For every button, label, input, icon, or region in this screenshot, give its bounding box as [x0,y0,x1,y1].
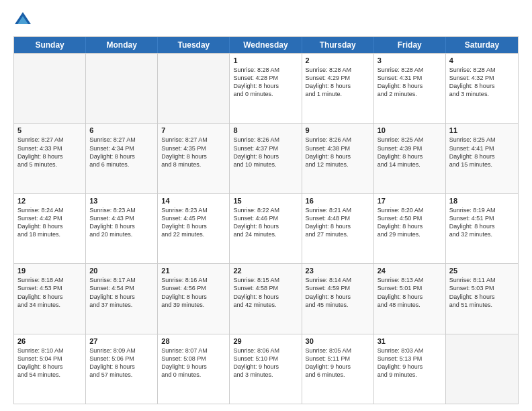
day-number: 14 [161,197,226,205]
cell-info: Sunrise: 8:25 AM Sunset: 4:41 PM Dayligh… [449,136,515,169]
calendar-cell: 30Sunrise: 8:05 AM Sunset: 5:11 PM Dayli… [302,334,374,404]
day-number: 17 [378,197,442,205]
calendar-cell: 16Sunrise: 8:21 AM Sunset: 4:48 PM Dayli… [302,194,374,263]
calendar-cell [446,334,518,404]
cell-info: Sunrise: 8:26 AM Sunset: 4:37 PM Dayligh… [233,136,298,169]
logo [13,11,35,30]
cell-info: Sunrise: 8:07 AM Sunset: 5:08 PM Dayligh… [161,347,226,379]
calendar-cell: 18Sunrise: 8:19 AM Sunset: 4:51 PM Dayli… [446,194,518,263]
page: SundayMondayTuesdayWednesdayThursdayFrid… [0,0,532,411]
cell-info: Sunrise: 8:27 AM Sunset: 4:34 PM Dayligh… [89,136,154,169]
calendar-cell: 17Sunrise: 8:20 AM Sunset: 4:50 PM Dayli… [374,194,446,263]
calendar-row-4: 26Sunrise: 8:10 AM Sunset: 5:04 PM Dayli… [14,334,518,404]
cell-info: Sunrise: 8:06 AM Sunset: 5:10 PM Dayligh… [233,347,298,379]
cell-info: Sunrise: 8:20 AM Sunset: 4:50 PM Dayligh… [378,206,442,239]
calendar-cell: 31Sunrise: 8:03 AM Sunset: 5:13 PM Dayli… [374,334,446,404]
day-number: 26 [17,337,82,345]
logo-icon [13,11,32,30]
calendar-cell: 20Sunrise: 8:17 AM Sunset: 4:54 PM Dayli… [86,264,158,333]
day-number: 22 [233,267,298,275]
calendar-cell [158,54,230,123]
calendar-body: 1Sunrise: 8:28 AM Sunset: 4:28 PM Daylig… [14,53,518,404]
cell-info: Sunrise: 8:13 AM Sunset: 5:01 PM Dayligh… [378,276,442,309]
cell-info: Sunrise: 8:21 AM Sunset: 4:48 PM Dayligh… [306,206,370,239]
cell-info: Sunrise: 8:09 AM Sunset: 5:06 PM Dayligh… [89,347,154,379]
cell-info: Sunrise: 8:15 AM Sunset: 4:58 PM Dayligh… [233,276,298,309]
calendar-cell: 13Sunrise: 8:23 AM Sunset: 4:43 PM Dayli… [86,194,158,263]
cell-info: Sunrise: 8:24 AM Sunset: 4:42 PM Dayligh… [17,206,82,239]
cell-info: Sunrise: 8:10 AM Sunset: 5:04 PM Dayligh… [17,347,82,379]
calendar-row-0: 1Sunrise: 8:28 AM Sunset: 4:28 PM Daylig… [14,53,518,123]
header-day-thursday: Thursday [302,37,374,53]
calendar-cell: 29Sunrise: 8:06 AM Sunset: 5:10 PM Dayli… [230,334,302,404]
day-number: 20 [89,267,154,275]
calendar-cell: 21Sunrise: 8:16 AM Sunset: 4:56 PM Dayli… [158,264,230,333]
calendar-cell: 12Sunrise: 8:24 AM Sunset: 4:42 PM Dayli… [14,194,86,263]
day-number: 1 [233,56,298,64]
calendar-cell: 2Sunrise: 8:28 AM Sunset: 4:29 PM Daylig… [302,54,374,123]
calendar-row-2: 12Sunrise: 8:24 AM Sunset: 4:42 PM Dayli… [14,193,518,263]
cell-info: Sunrise: 8:28 AM Sunset: 4:29 PM Dayligh… [306,66,370,99]
calendar-row-3: 19Sunrise: 8:18 AM Sunset: 4:53 PM Dayli… [14,263,518,333]
day-number: 21 [161,267,226,275]
cell-info: Sunrise: 8:17 AM Sunset: 4:54 PM Dayligh… [89,276,154,309]
day-number: 9 [306,126,370,134]
day-number: 28 [161,337,226,345]
day-number: 15 [233,197,298,205]
day-number: 2 [306,56,370,64]
cell-info: Sunrise: 8:28 AM Sunset: 4:31 PM Dayligh… [378,66,442,99]
calendar-cell: 28Sunrise: 8:07 AM Sunset: 5:08 PM Dayli… [158,334,230,404]
cell-info: Sunrise: 8:14 AM Sunset: 4:59 PM Dayligh… [306,276,370,309]
day-number: 25 [449,267,515,275]
calendar-cell: 4Sunrise: 8:28 AM Sunset: 4:32 PM Daylig… [446,54,518,123]
header-day-tuesday: Tuesday [158,37,230,53]
calendar-cell [14,54,86,123]
day-number: 31 [378,337,442,345]
cell-info: Sunrise: 8:25 AM Sunset: 4:39 PM Dayligh… [378,136,442,169]
day-number: 19 [17,267,82,275]
day-number: 3 [378,56,442,64]
cell-info: Sunrise: 8:16 AM Sunset: 4:56 PM Dayligh… [161,276,226,309]
cell-info: Sunrise: 8:26 AM Sunset: 4:38 PM Dayligh… [306,136,370,169]
cell-info: Sunrise: 8:23 AM Sunset: 4:43 PM Dayligh… [89,206,154,239]
calendar-cell: 27Sunrise: 8:09 AM Sunset: 5:06 PM Dayli… [86,334,158,404]
day-number: 27 [89,337,154,345]
calendar-cell [86,54,158,123]
calendar-cell: 26Sunrise: 8:10 AM Sunset: 5:04 PM Dayli… [14,334,86,404]
calendar-cell: 6Sunrise: 8:27 AM Sunset: 4:34 PM Daylig… [86,124,158,193]
cell-info: Sunrise: 8:28 AM Sunset: 4:32 PM Dayligh… [449,66,515,99]
header-day-monday: Monday [86,37,158,53]
header [13,11,519,30]
calendar-cell: 10Sunrise: 8:25 AM Sunset: 4:39 PM Dayli… [374,124,446,193]
calendar-cell: 11Sunrise: 8:25 AM Sunset: 4:41 PM Dayli… [446,124,518,193]
cell-info: Sunrise: 8:05 AM Sunset: 5:11 PM Dayligh… [306,347,370,379]
calendar-cell: 9Sunrise: 8:26 AM Sunset: 4:38 PM Daylig… [302,124,374,193]
calendar-cell: 5Sunrise: 8:27 AM Sunset: 4:33 PM Daylig… [14,124,86,193]
calendar-cell: 22Sunrise: 8:15 AM Sunset: 4:58 PM Dayli… [230,264,302,333]
calendar-cell: 23Sunrise: 8:14 AM Sunset: 4:59 PM Dayli… [302,264,374,333]
calendar-cell: 8Sunrise: 8:26 AM Sunset: 4:37 PM Daylig… [230,124,302,193]
day-number: 8 [233,126,298,134]
calendar-cell: 24Sunrise: 8:13 AM Sunset: 5:01 PM Dayli… [374,264,446,333]
cell-info: Sunrise: 8:27 AM Sunset: 4:33 PM Dayligh… [17,136,82,169]
day-number: 6 [89,126,154,134]
day-number: 18 [449,197,515,205]
cell-info: Sunrise: 8:28 AM Sunset: 4:28 PM Dayligh… [233,66,298,99]
day-number: 11 [449,126,515,134]
cell-info: Sunrise: 8:11 AM Sunset: 5:03 PM Dayligh… [449,276,515,309]
calendar: SundayMondayTuesdayWednesdayThursdayFrid… [13,36,519,404]
calendar-row-1: 5Sunrise: 8:27 AM Sunset: 4:33 PM Daylig… [14,123,518,193]
day-number: 24 [378,267,442,275]
header-day-friday: Friday [374,37,446,53]
day-number: 5 [17,126,82,134]
cell-info: Sunrise: 8:18 AM Sunset: 4:53 PM Dayligh… [17,276,82,309]
calendar-header: SundayMondayTuesdayWednesdayThursdayFrid… [14,37,518,53]
calendar-cell: 1Sunrise: 8:28 AM Sunset: 4:28 PM Daylig… [230,54,302,123]
day-number: 16 [306,197,370,205]
calendar-cell: 3Sunrise: 8:28 AM Sunset: 4:31 PM Daylig… [374,54,446,123]
day-number: 30 [306,337,370,345]
calendar-cell: 14Sunrise: 8:23 AM Sunset: 4:45 PM Dayli… [158,194,230,263]
day-number: 29 [233,337,298,345]
calendar-cell: 7Sunrise: 8:27 AM Sunset: 4:35 PM Daylig… [158,124,230,193]
header-day-wednesday: Wednesday [230,37,302,53]
